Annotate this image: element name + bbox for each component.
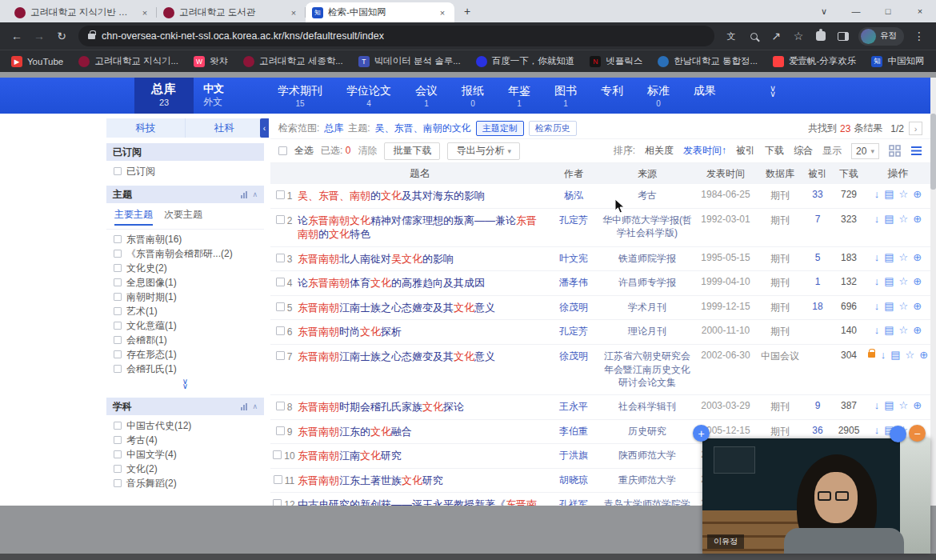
row-checkbox[interactable] <box>274 475 282 484</box>
download-icon[interactable]: ↓ <box>874 400 880 410</box>
result-author-link[interactable]: 徐茂明 <box>547 301 600 314</box>
result-title-link[interactable]: 东晋南朝时尚文化探析 <box>298 325 547 339</box>
sort-option[interactable]: 发表时间↑ <box>683 144 726 158</box>
result-author-link[interactable]: 杨泓 <box>547 189 600 202</box>
result-title-link[interactable]: 东晋南朝江东的文化融合 <box>298 425 547 439</box>
bookmark-item[interactable]: 爱壹帆-分享欢乐 <box>773 55 856 67</box>
checkbox[interactable] <box>114 167 122 175</box>
share-icon[interactable]: ↗ <box>766 26 786 46</box>
result-author-link[interactable]: 孔定芳 <box>547 214 600 227</box>
checkbox[interactable] <box>114 365 122 373</box>
result-title-link[interactable]: 东晋南朝北人南徙对吴文化的影响 <box>298 252 547 266</box>
favorite-icon[interactable]: ☆ <box>899 276 909 286</box>
translate-icon[interactable]: 文 <box>721 26 742 46</box>
result-title-link[interactable]: 东晋南朝时期会稽孔氏家族文化探论 <box>298 400 547 414</box>
result-source-link[interactable]: 华中师范大学学报(哲学社会科学版) <box>600 214 694 241</box>
menu-icon[interactable]: ⋮ <box>909 26 930 46</box>
read-icon[interactable]: ▤ <box>884 325 894 335</box>
more-icon[interactable]: ⊕ <box>919 350 928 360</box>
topic-filter-item[interactable]: 文化意蕴(1) <box>106 318 264 333</box>
read-icon[interactable]: ▤ <box>884 214 894 224</box>
result-cited-link[interactable]: 18 <box>803 301 832 312</box>
more-icon[interactable]: ⊕ <box>913 276 922 286</box>
download-icon[interactable]: ↓ <box>874 252 880 262</box>
browser-tab[interactable]: 知检索-中国知网× <box>306 2 454 22</box>
bookmark-item[interactable]: 百度一下，你就知道 <box>476 55 575 67</box>
result-title-link[interactable]: 论东晋南朝文化精神对儒家理想的叛离——兼论东晋南朝的文化特色 <box>298 214 547 242</box>
collapse-section-icon[interactable]: ∧ <box>252 190 258 198</box>
topic-filter-item[interactable]: 南朝时期(1) <box>106 290 264 304</box>
favorite-icon[interactable]: ☆ <box>899 189 909 199</box>
db-nav-item[interactable]: 成果 <box>682 84 728 108</box>
read-icon[interactable]: ▤ <box>884 400 894 410</box>
result-author-link[interactable]: 叶文宪 <box>547 252 600 266</box>
topic-filter-item[interactable]: 《东晋南朝会稽郡研...(2) <box>106 246 264 261</box>
topic-custom-button[interactable]: 主题定制 <box>476 121 524 136</box>
result-source-link[interactable]: 学术月刊 <box>600 301 694 314</box>
grid-view-icon[interactable] <box>889 145 901 157</box>
bookmark-item[interactable]: W왓챠 <box>194 55 228 67</box>
read-icon[interactable]: ▤ <box>884 252 894 262</box>
topic-filter-item[interactable]: 全息图像(1) <box>106 275 264 290</box>
favorite-icon[interactable]: ☆ <box>906 350 915 360</box>
total-db-block[interactable]: 总库 23 <box>134 78 194 114</box>
checkbox[interactable] <box>114 422 122 430</box>
row-checkbox[interactable] <box>276 302 285 311</box>
result-source-link[interactable]: 理论月刊 <box>600 325 694 338</box>
result-source-link[interactable]: 历史研究 <box>600 425 694 438</box>
checkbox[interactable] <box>114 436 122 444</box>
sort-option[interactable]: 被引 <box>736 144 755 158</box>
checkbox[interactable] <box>114 250 122 258</box>
row-checkbox[interactable] <box>276 351 285 360</box>
result-title-link[interactable]: 中古史研究的新创获——评王永平教授新著《东晋南朝家族文化史论丛》 <box>298 498 547 506</box>
favorite-icon[interactable]: ☆ <box>899 214 909 224</box>
topic-filter-item[interactable]: 存在形态(1) <box>106 347 264 362</box>
bookmark-item[interactable]: T빅데이터 분석 솔루... <box>358 55 461 67</box>
url-bar[interactable]: chn-oversea-cnki-net-ssl.oca.korea.ac.kr… <box>78 26 714 46</box>
subject-filter-item[interactable]: 考古(4) <box>106 433 264 447</box>
more-icon[interactable]: ⊕ <box>913 325 922 335</box>
result-cited-link[interactable]: 1 <box>803 276 832 287</box>
download-icon[interactable]: ↓ <box>874 214 880 224</box>
topic-filter-item[interactable]: 东晋南朝(16) <box>106 232 264 246</box>
download-icon[interactable]: ↓ <box>874 301 880 311</box>
scrollbar-thumb[interactable] <box>930 114 936 190</box>
sidebar-collapse-icon[interactable]: ‹ <box>260 118 269 138</box>
export-analyze-button[interactable]: 导出与分析 ▾ <box>447 142 520 160</box>
select-all-label[interactable]: 全选 <box>294 144 314 158</box>
language-tab[interactable]: 中文 <box>203 82 224 95</box>
more-icon[interactable]: ⊕ <box>913 400 922 410</box>
clear-button[interactable]: 清除 <box>358 144 377 158</box>
result-source-link[interactable]: 社会科学辑刊 <box>600 400 694 414</box>
bookmark-star-icon[interactable]: ☆ <box>788 26 809 46</box>
read-icon[interactable]: ▤ <box>884 301 894 311</box>
read-icon[interactable]: ▤ <box>884 189 894 199</box>
result-cited-link[interactable]: 5 <box>803 252 832 263</box>
extensions-icon[interactable] <box>810 26 831 46</box>
download-icon[interactable]: ↓ <box>874 276 880 286</box>
subject-filter-item[interactable]: 文化(2) <box>106 462 264 476</box>
result-author-link[interactable]: 于洪旗 <box>547 449 600 462</box>
subject-filter-item[interactable]: 中国文学(4) <box>106 447 264 462</box>
close-icon[interactable]: × <box>904 0 936 22</box>
checkbox[interactable] <box>114 278 122 286</box>
checkbox[interactable] <box>114 479 122 487</box>
more-icon[interactable]: ⊕ <box>913 189 922 199</box>
checkbox[interactable] <box>114 465 122 473</box>
favorite-icon[interactable]: ☆ <box>899 252 909 262</box>
result-cited-link[interactable]: 36 <box>803 425 832 436</box>
result-cited-link[interactable]: 7 <box>803 214 832 225</box>
bookmark-item[interactable]: 고려대학교 지식기... <box>78 55 178 67</box>
list-view-icon[interactable] <box>910 145 922 157</box>
new-tab-button[interactable]: + <box>458 2 477 21</box>
db-nav-item[interactable]: 会议1 <box>403 84 450 108</box>
search-icon[interactable] <box>743 26 764 46</box>
bookmark-item[interactable]: ▶YouTube <box>11 56 63 67</box>
result-title-link[interactable]: 东晋南朝江南士族之心态嬗变及其文化意义 <box>298 350 547 364</box>
result-author-link[interactable]: 王永平 <box>547 400 600 414</box>
db-nav-item[interactable]: 学术期刊15 <box>266 84 334 108</box>
language-tab[interactable]: 外文 <box>203 95 224 109</box>
side-panel-icon[interactable] <box>833 26 854 46</box>
sort-bars-icon[interactable] <box>241 403 247 410</box>
result-cited-link[interactable]: 33 <box>803 189 832 200</box>
